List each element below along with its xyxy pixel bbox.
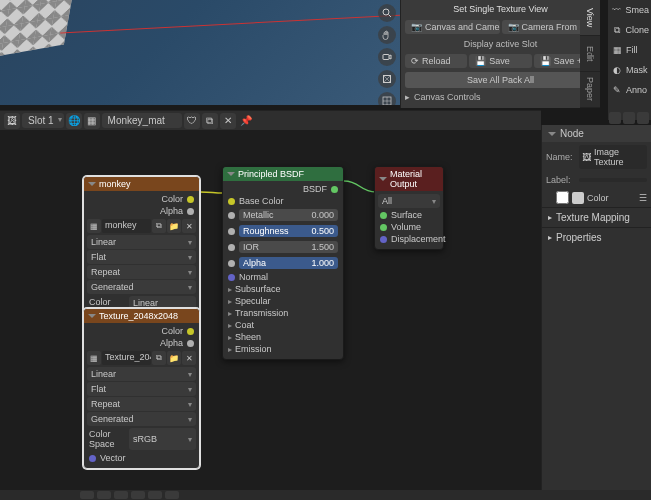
node-image-texture-2048[interactable]: Texture_2048x2048 Color Alpha ▦ Texture_… <box>83 308 200 469</box>
emission-fold[interactable]: Emission <box>226 343 340 355</box>
socket-bsdf[interactable] <box>331 186 338 193</box>
color-checkbox[interactable] <box>556 191 569 204</box>
material-world-icon[interactable]: 🌐 <box>66 113 82 129</box>
colorspace-dropdown[interactable]: sRGB <box>129 428 196 450</box>
extension-dropdown[interactable]: Repeat <box>87 397 196 411</box>
zoom-icon[interactable] <box>378 4 396 22</box>
socket-volume[interactable] <box>380 224 387 231</box>
texture-mapping-fold[interactable]: Texture Mapping <box>542 207 651 227</box>
list-icon[interactable]: ☰ <box>639 193 647 203</box>
projection-dropdown[interactable]: Flat <box>87 382 196 396</box>
jump-start-icon[interactable] <box>80 491 94 499</box>
socket-color[interactable] <box>187 328 194 335</box>
extension-dropdown[interactable]: Repeat <box>87 265 196 279</box>
coat-fold[interactable]: Coat <box>226 319 340 331</box>
socket-displacement[interactable] <box>380 236 387 243</box>
interpolation-dropdown[interactable]: Linear <box>87 235 196 249</box>
material-name-field[interactable]: Monkey_mat <box>102 113 182 128</box>
tab-paper[interactable]: Paper <box>580 72 600 108</box>
tab-edit[interactable]: Edit <box>580 36 600 72</box>
users-icon[interactable]: ⧉ <box>152 219 166 233</box>
image-browse-icon[interactable]: ▦ <box>87 351 101 365</box>
jump-end-icon[interactable] <box>165 491 179 499</box>
clone-tool[interactable]: ⧉Clone <box>608 20 651 40</box>
node-header[interactable]: Principled BSDF <box>223 167 343 181</box>
source-dropdown[interactable]: Generated <box>87 412 196 426</box>
roughness-slider[interactable]: Roughness0.500 <box>239 225 338 237</box>
unlink-icon[interactable]: ✕ <box>182 219 196 233</box>
collapse-icon[interactable] <box>379 177 387 181</box>
users-icon[interactable]: ⧉ <box>152 351 166 365</box>
chevron-down-icon[interactable] <box>637 112 649 124</box>
projection-dropdown[interactable]: Flat <box>87 250 196 264</box>
socket-base-color[interactable] <box>228 198 235 205</box>
socket-alpha[interactable] <box>228 260 235 267</box>
collapse-icon[interactable] <box>88 314 96 318</box>
perspective-icon[interactable] <box>378 70 396 88</box>
image-name-field[interactable]: Texture_2048x2... <box>102 351 151 365</box>
duplicate-icon[interactable]: ⧉ <box>202 113 218 129</box>
socket-normal[interactable] <box>228 274 235 281</box>
pin-icon[interactable]: 📌 <box>238 113 254 129</box>
mask-tool[interactable]: ◐Mask <box>608 60 651 80</box>
node-name-field[interactable]: 🖼Image Texture <box>579 145 647 169</box>
save-all-pack-button[interactable]: Save All Pack All <box>405 72 596 88</box>
play-back-icon[interactable] <box>114 491 128 499</box>
editor-type-icon[interactable]: 🖼 <box>4 113 20 129</box>
unlink-icon[interactable]: ✕ <box>220 113 236 129</box>
smear-tool[interactable]: 〰Smea <box>608 0 651 20</box>
target-dropdown[interactable]: All <box>378 194 440 208</box>
save-button[interactable]: 💾Save <box>469 54 531 68</box>
socket-alpha[interactable] <box>187 340 194 347</box>
interpolation-dropdown[interactable]: Linear <box>87 367 196 381</box>
hand-icon[interactable] <box>378 26 396 44</box>
canvas-controls-fold[interactable]: ▸Canvas Controls <box>401 90 600 104</box>
color-swatch[interactable] <box>572 192 584 204</box>
viewport-3d[interactable] <box>0 0 400 105</box>
node-principled-bsdf[interactable]: Principled BSDF BSDF Base Color Metallic… <box>222 166 344 360</box>
image-browse-icon[interactable]: ▦ <box>87 219 101 233</box>
socket-alpha[interactable] <box>187 208 194 215</box>
open-icon[interactable]: 📁 <box>167 351 181 365</box>
node-header[interactable]: Material Output <box>375 167 443 191</box>
snap-icon[interactable] <box>623 112 635 124</box>
camera-icon[interactable] <box>378 48 396 66</box>
socket-roughness[interactable] <box>228 228 235 235</box>
slot-dropdown[interactable]: Slot 1 <box>22 113 64 128</box>
overlay-icon[interactable] <box>609 112 621 124</box>
shield-icon[interactable]: 🛡 <box>184 113 200 129</box>
node-material-output[interactable]: Material Output All Surface Volume Displ… <box>374 166 444 250</box>
specular-fold[interactable]: Specular <box>226 295 340 307</box>
socket-ior[interactable] <box>228 244 235 251</box>
subsurface-fold[interactable]: Subsurface <box>226 283 340 295</box>
collapse-icon[interactable] <box>548 132 556 136</box>
material-browse-icon[interactable]: ▦ <box>84 113 100 129</box>
image-name-field[interactable]: monkey <box>102 219 151 233</box>
unlink-icon[interactable]: ✕ <box>182 351 196 365</box>
socket-vector[interactable] <box>89 455 96 462</box>
reload-button[interactable]: ⟳Reload <box>405 54 467 68</box>
canvas-and-camera-button[interactable]: 📷Canvas and Camera <box>405 20 500 34</box>
open-icon[interactable]: 📁 <box>167 219 181 233</box>
collapse-icon[interactable] <box>88 182 96 186</box>
socket-surface[interactable] <box>380 212 387 219</box>
play-icon[interactable] <box>131 491 145 499</box>
annotate-tool[interactable]: ✎Anno <box>608 80 651 100</box>
node-editor[interactable]: monkey Color Alpha ▦ monkey ⧉ 📁 ✕ Linear… <box>0 130 541 490</box>
sheen-fold[interactable]: Sheen <box>226 331 340 343</box>
fill-tool[interactable]: ▦Fill <box>608 40 651 60</box>
sidebar-header[interactable]: Node <box>542 125 651 142</box>
alpha-slider[interactable]: Alpha1.000 <box>239 257 338 269</box>
properties-fold[interactable]: Properties <box>542 227 651 247</box>
node-label-field[interactable] <box>579 178 647 182</box>
socket-color[interactable] <box>187 196 194 203</box>
socket-metallic[interactable] <box>228 212 235 219</box>
timeline-bar[interactable] <box>0 490 651 500</box>
node-header[interactable]: monkey <box>84 177 199 191</box>
next-key-icon[interactable] <box>148 491 162 499</box>
transmission-fold[interactable]: Transmission <box>226 307 340 319</box>
prev-key-icon[interactable] <box>97 491 111 499</box>
grid-icon[interactable] <box>378 92 396 105</box>
source-dropdown[interactable]: Generated <box>87 280 196 294</box>
tab-view[interactable]: View <box>580 0 600 36</box>
